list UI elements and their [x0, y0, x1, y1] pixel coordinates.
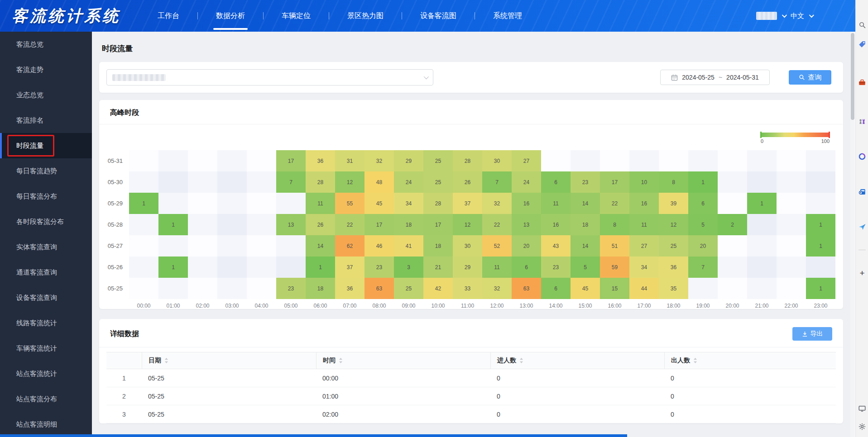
heatmap-cell[interactable]	[158, 278, 188, 299]
heatmap-cell[interactable]: 23	[541, 256, 571, 278]
heatmap-cell[interactable]: 1	[747, 193, 777, 214]
heatmap-cell[interactable]	[158, 235, 188, 256]
table-row[interactable]: 205-2501:0000	[106, 387, 836, 405]
sidebar-item-12[interactable]: 线路客流统计	[0, 310, 92, 336]
heatmap-cell[interactable]	[247, 256, 276, 278]
heatmap-cell[interactable]: 7	[276, 171, 306, 193]
heatmap-cell[interactable]	[747, 171, 777, 193]
heatmap-cell[interactable]	[777, 256, 806, 278]
heatmap-cell[interactable]	[777, 150, 806, 171]
heatmap-cell[interactable]	[747, 278, 777, 299]
heatmap-cell[interactable]: 63	[364, 278, 394, 299]
heatmap-cell[interactable]: 1	[129, 193, 158, 214]
heatmap-cell[interactable]: 18	[394, 214, 423, 235]
heatmap-cell[interactable]	[188, 278, 217, 299]
chevron-down-icon[interactable]	[782, 13, 787, 18]
heatmap-cell[interactable]: 28	[306, 171, 335, 193]
heatmap-cell[interactable]	[129, 256, 158, 278]
heatmap-cell[interactable]	[541, 150, 571, 171]
heatmap-cell[interactable]: 16	[541, 214, 571, 235]
heatmap-cell[interactable]	[217, 193, 247, 214]
heatmap-cell[interactable]: 13	[512, 214, 541, 235]
heatmap-cell[interactable]: 29	[394, 150, 423, 171]
heatmap-cell[interactable]	[217, 278, 247, 299]
heatmap-cell[interactable]	[718, 193, 747, 214]
heatmap-cell[interactable]: 18	[423, 235, 453, 256]
heatmap-cell[interactable]	[747, 150, 777, 171]
heatmap-cell[interactable]	[188, 171, 217, 193]
table-row[interactable]: 105-2500:0000	[106, 369, 836, 387]
sidebar-item-7[interactable]: 每日客流分布	[0, 184, 92, 209]
heatmap-cell[interactable]: 37	[335, 256, 364, 278]
heatmap-cell[interactable]: 1	[806, 214, 835, 235]
sidebar-item-13[interactable]: 车辆客流统计	[0, 336, 92, 361]
heatmap-cell[interactable]	[129, 214, 158, 235]
heatmap-cell[interactable]: 26	[306, 214, 335, 235]
outlook-icon[interactable]	[858, 187, 867, 196]
heatmap-cell[interactable]	[188, 256, 217, 278]
query-button[interactable]: 查询	[789, 70, 831, 85]
heatmap-cell[interactable]: 26	[453, 171, 482, 193]
tag-icon[interactable]	[858, 40, 867, 49]
heatmap-cell[interactable]	[777, 278, 806, 299]
heatmap-cell[interactable]: 16	[629, 193, 659, 214]
heatmap-cell[interactable]	[217, 150, 247, 171]
heatmap-cell[interactable]: 41	[394, 235, 423, 256]
heatmap-cell[interactable]: 27	[629, 235, 659, 256]
heatmap-cell[interactable]	[158, 150, 188, 171]
heatmap-cell[interactable]: 11	[541, 193, 571, 214]
heatmap-cell[interactable]: 8	[659, 171, 688, 193]
heatmap-cell[interactable]	[747, 235, 777, 256]
heatmap-cell[interactable]: 43	[541, 235, 571, 256]
heatmap-cell[interactable]	[158, 193, 188, 214]
heatmap-cell[interactable]: 39	[659, 193, 688, 214]
heatmap-cell[interactable]: 17	[600, 171, 629, 193]
heatmap-cell[interactable]	[806, 193, 835, 214]
heatmap-cell[interactable]: 7	[688, 256, 718, 278]
heatmap-cell[interactable]	[806, 171, 835, 193]
heatmap-cell[interactable]	[571, 150, 600, 171]
heatmap-cell[interactable]: 12	[453, 214, 482, 235]
heatmap-cell[interactable]	[688, 150, 718, 171]
heatmap-cell[interactable]: 20	[688, 235, 718, 256]
screen-share-icon[interactable]	[858, 404, 867, 413]
sidebar-item-8[interactable]: 各时段客流分布	[0, 209, 92, 234]
settings-icon[interactable]	[858, 422, 867, 431]
nav-item-4[interactable]: 景区热力图	[329, 0, 402, 32]
heatmap-cell[interactable]: 32	[364, 150, 394, 171]
heatmap-cell[interactable]	[247, 235, 276, 256]
loop-icon[interactable]	[858, 152, 867, 161]
sidebar-item-11[interactable]: 设备客流查询	[0, 285, 92, 310]
heatmap-cell[interactable]: 25	[394, 278, 423, 299]
heatmap-cell[interactable]: 7	[482, 171, 512, 193]
heatmap-cell[interactable]: 22	[600, 193, 629, 214]
chess-icon[interactable]	[858, 117, 867, 126]
heatmap-cell[interactable]: 1	[158, 214, 188, 235]
export-button[interactable]: 导出	[792, 327, 832, 341]
heatmap-cell[interactable]: 18	[306, 278, 335, 299]
heatmap-cell[interactable]	[217, 256, 247, 278]
sidebar-item-10[interactable]: 通道客流查询	[0, 260, 92, 285]
table-header-2[interactable]: 时间	[316, 352, 490, 369]
heatmap-cell[interactable]	[777, 193, 806, 214]
heatmap-cell[interactable]	[747, 214, 777, 235]
table-header-1[interactable]: 日期	[142, 352, 316, 369]
heatmap-cell[interactable]: 6	[688, 193, 718, 214]
heatmap-cell[interactable]: 55	[335, 193, 364, 214]
heatmap-cell[interactable]	[188, 214, 217, 235]
heatmap-cell[interactable]	[247, 150, 276, 171]
heatmap-cell[interactable]: 29	[453, 256, 482, 278]
heatmap-cell[interactable]: 23	[276, 278, 306, 299]
heatmap-cell[interactable]: 25	[659, 235, 688, 256]
heatmap-cell[interactable]: 28	[453, 150, 482, 171]
heatmap-cell[interactable]	[276, 256, 306, 278]
heatmap-cell[interactable]	[688, 278, 718, 299]
heatmap-cell[interactable]: 11	[306, 193, 335, 214]
sidebar-item-15[interactable]: 站点客流分布	[0, 386, 92, 412]
heatmap-cell[interactable]: 20	[512, 235, 541, 256]
heatmap-cell[interactable]	[629, 150, 659, 171]
heatmap-cell[interactable]	[718, 256, 747, 278]
heatmap-cell[interactable]	[718, 278, 747, 299]
heatmap-cell[interactable]: 13	[276, 214, 306, 235]
nav-item-1[interactable]: 工作台	[139, 0, 197, 32]
